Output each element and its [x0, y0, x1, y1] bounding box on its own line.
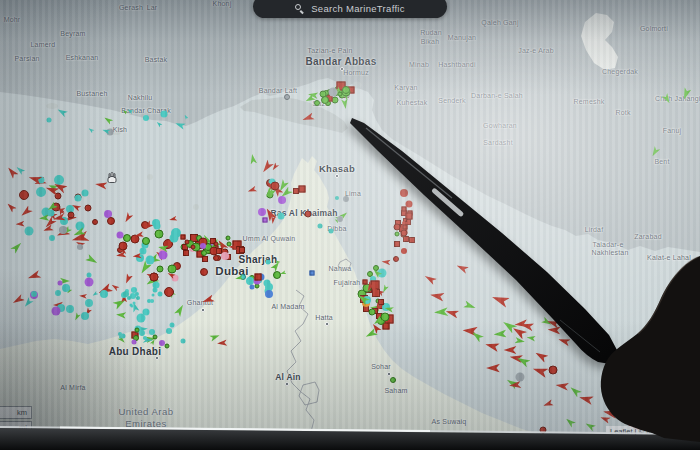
vessel-marker-red-square[interactable]	[299, 186, 306, 193]
vessel-marker-gray-circle[interactable]	[284, 94, 290, 100]
vessel-marker-red-arrow[interactable]	[599, 414, 611, 425]
vessel-marker-green-circle[interactable]	[373, 265, 379, 271]
vessel-marker-gray-dot[interactable]	[77, 244, 83, 250]
vessel-marker-red-circle[interactable]	[270, 181, 279, 190]
vessel-marker-red-arrow[interactable]	[542, 399, 554, 410]
vessel-marker-teal-dot[interactable]	[127, 296, 131, 300]
vessel-marker-red-dot[interactable]	[401, 248, 407, 254]
vessel-marker-red-circle[interactable]	[213, 255, 219, 261]
vessel-marker-red-circle[interactable]	[85, 205, 92, 212]
vessel-marker-green-arrow[interactable]	[102, 114, 113, 125]
vessel-marker-green-circle[interactable]	[321, 96, 329, 104]
vessel-marker-green-arrow[interactable]	[340, 98, 349, 109]
vessel-marker-green-arrow[interactable]	[85, 253, 100, 267]
vessel-marker-cyan-dot[interactable]	[120, 333, 125, 338]
vessel-marker-red-arrow[interactable]	[122, 212, 134, 225]
vessel-marker-cyan-dot[interactable]	[76, 221, 85, 230]
vessel-marker-green-circle[interactable]	[273, 271, 281, 279]
vessel-marker-cyan-dot[interactable]	[85, 299, 93, 307]
vessel-marker-red-arrow[interactable]	[533, 348, 549, 363]
vessel-marker-cyan-dot[interactable]	[47, 209, 54, 216]
vessel-marker-red-arrow[interactable]	[271, 162, 281, 172]
vessel-marker-red-circle[interactable]	[150, 272, 159, 281]
vessel-marker-cyan-dot[interactable]	[143, 336, 147, 340]
vessel-marker-green-arrow[interactable]	[568, 384, 583, 399]
vessel-marker-red-square[interactable]	[293, 188, 299, 194]
vessel-marker-green-arrow[interactable]	[514, 336, 525, 346]
vessel-marker-purple-dot[interactable]	[51, 306, 60, 315]
vessel-marker-red-circle[interactable]	[400, 230, 407, 237]
vessel-marker-red-arrow[interactable]	[11, 293, 26, 307]
vessel-marker-cyan-dot[interactable]	[152, 294, 155, 297]
vessel-marker-cyan-dot[interactable]	[66, 305, 74, 313]
vessel-marker-red-square[interactable]	[394, 241, 400, 247]
vessel-marker-red-arrow[interactable]	[301, 112, 315, 125]
vessel-marker-cyan-dot[interactable]	[132, 301, 135, 304]
vessel-marker-cyan-dot[interactable]	[142, 309, 149, 316]
vessel-marker-green-circle[interactable]	[157, 266, 164, 273]
vessel-marker-purple-dot[interactable]	[132, 339, 137, 344]
vessel-marker-red-arrow[interactable]	[680, 364, 696, 378]
vessel-marker-purple-dot[interactable]	[84, 277, 93, 286]
vessel-marker-red-arrow[interactable]	[555, 380, 569, 392]
vessel-marker-red-arrow[interactable]	[246, 185, 257, 195]
vessel-marker-green-circle[interactable]	[167, 265, 176, 274]
vessel-marker-teal-arrow[interactable]	[91, 290, 99, 297]
vessel-marker-red-circle[interactable]	[164, 287, 174, 297]
vessel-marker-green-circle[interactable]	[314, 100, 320, 106]
vessel-marker-green-arrow[interactable]	[115, 310, 126, 319]
vessel-marker-cyan-dot[interactable]	[36, 187, 46, 197]
vessel-marker-red-square[interactable]	[402, 225, 407, 230]
vessel-marker-red-circle[interactable]	[548, 366, 557, 375]
vessel-marker-cyan-dot[interactable]	[130, 304, 133, 307]
vessel-marker-cyan-dot[interactable]	[100, 290, 108, 298]
vessel-marker-cyan-dot[interactable]	[143, 115, 149, 121]
map-attribution[interactable]: Leaflet | © M	[606, 426, 698, 437]
vessel-marker-teal-dot[interactable]	[317, 223, 322, 228]
vessel-marker-red-arrow[interactable]	[381, 258, 391, 266]
vessel-marker-green-arrow[interactable]	[173, 303, 187, 318]
vessel-marker-green-circle[interactable]	[153, 334, 158, 339]
vessel-marker-red-circle[interactable]	[393, 256, 399, 262]
vessel-marker-red-arrow[interactable]	[423, 272, 438, 286]
vessel-marker-green-circle[interactable]	[154, 229, 163, 238]
vessel-marker-green-arrow[interactable]	[564, 416, 577, 429]
vessel-marker-red-circle[interactable]	[305, 211, 312, 218]
vessel-marker-cyan-dot[interactable]	[161, 110, 168, 117]
vessel-marker-cyan-dot[interactable]	[157, 291, 162, 296]
vessel-marker-green-arrow[interactable]	[616, 383, 629, 395]
vessel-marker-green-arrow[interactable]	[112, 295, 128, 310]
vessel-marker-red-arrow[interactable]	[168, 215, 177, 223]
vessel-marker-red-square[interactable]	[378, 299, 384, 305]
vessel-marker-red-square[interactable]	[254, 274, 261, 281]
vessel-marker-cyan-dot[interactable]	[170, 233, 179, 242]
vessel-marker-purple-square[interactable]	[263, 218, 268, 223]
vessel-marker-teal-arrow[interactable]	[155, 121, 163, 129]
vessel-marker-green-arrow[interactable]	[649, 146, 661, 159]
vessel-marker-cyan-dot[interactable]	[150, 299, 154, 303]
vessel-marker-teal-arrow[interactable]	[183, 114, 189, 120]
vessel-marker-cyan-dot[interactable]	[139, 247, 146, 254]
vessel-marker-red-arrow[interactable]	[122, 272, 133, 284]
vessel-marker-blue-dot[interactable]	[265, 290, 273, 298]
vessel-marker-green-arrow[interactable]	[72, 312, 81, 322]
vessel-marker-red-arrow[interactable]	[259, 159, 275, 175]
vessel-marker-purple-dot[interactable]	[200, 243, 206, 249]
vessel-marker-red-arrow[interactable]	[26, 269, 42, 283]
vessel-marker-red-arrow[interactable]	[5, 165, 20, 180]
vessel-marker-red-arrow[interactable]	[490, 291, 510, 309]
vessel-marker-cyan-dot[interactable]	[277, 213, 284, 220]
vessel-marker-red-arrow[interactable]	[578, 392, 594, 406]
vessel-marker-gray-dot[interactable]	[59, 226, 67, 234]
vessel-marker-red-arrow[interactable]	[15, 220, 25, 228]
vessel-marker-red-circle[interactable]	[92, 219, 98, 225]
vessel-marker-cyan-dot[interactable]	[152, 219, 160, 227]
vessel-marker-cyan-dot[interactable]	[149, 329, 155, 335]
vessel-marker-cyan-dot[interactable]	[131, 287, 137, 293]
vessel-marker-red-arrow[interactable]	[4, 201, 17, 214]
vessel-marker-red-circle[interactable]	[200, 268, 208, 276]
vessel-marker-gray-dot[interactable]	[515, 372, 524, 381]
vessel-marker-red-square[interactable]	[239, 247, 245, 253]
vessel-marker-cyan-dot[interactable]	[81, 189, 88, 196]
vessel-marker-cyan-dot[interactable]	[169, 322, 174, 327]
